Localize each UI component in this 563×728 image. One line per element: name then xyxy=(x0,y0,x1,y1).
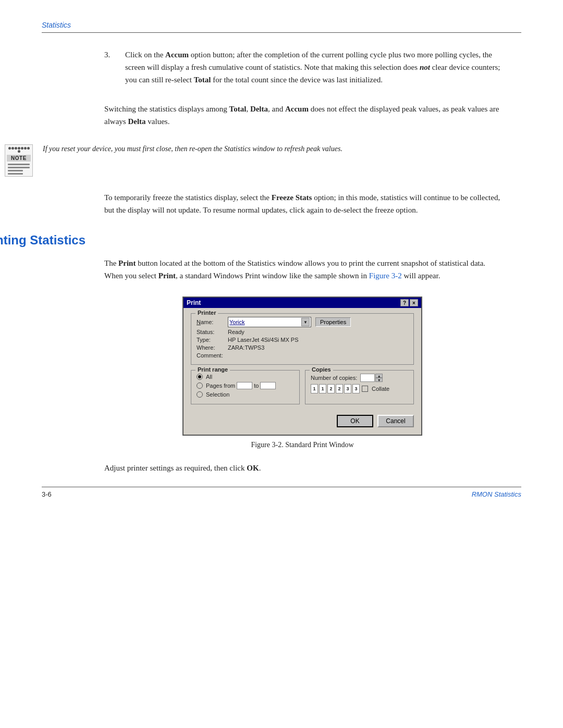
collate-page-6: 3 xyxy=(352,384,360,393)
spin-arrows: ▲ ▼ xyxy=(375,374,383,382)
type-label: Type: xyxy=(197,337,228,343)
dialog-titlebar: Print ? × xyxy=(183,298,421,308)
collate-page-3: 2 xyxy=(327,384,335,393)
copies-group-label: Copies xyxy=(310,366,333,373)
status-value: Ready xyxy=(228,329,244,335)
status-row: Status: Ready xyxy=(197,329,408,335)
dialog-title: Print xyxy=(187,299,201,306)
adjust-text: Adjust printer settings as required, the… xyxy=(104,462,500,474)
radio-all-row: All xyxy=(197,374,294,380)
section-intro: The Print button located at the bottom o… xyxy=(104,257,500,282)
note-line xyxy=(8,170,23,171)
printer-group-label: Printer xyxy=(195,310,218,316)
radio-pages-label: Pages from xyxy=(206,382,235,389)
spin-down[interactable]: ▼ xyxy=(375,378,383,382)
where-value: ZARA:TWPS3 xyxy=(228,344,264,351)
collate-page-4: 2 xyxy=(336,384,343,393)
header-title: Statistics xyxy=(42,21,71,29)
note-label: NOTE xyxy=(7,155,31,162)
item-3-text: Click on the Accum option button; after … xyxy=(125,48,500,86)
pages-to-input[interactable] xyxy=(260,382,276,389)
para-switching: Switching the statistics displays among … xyxy=(104,103,500,128)
figure-caption: Figure 3-2. Standard Print Window xyxy=(104,441,500,449)
content-area-2: To temporarily freeze the statistics dis… xyxy=(42,191,521,216)
dot xyxy=(8,147,11,150)
page-header: Statistics xyxy=(42,21,521,33)
where-row: Where: ZARA:TWPS3 xyxy=(197,344,408,351)
dot xyxy=(15,147,17,150)
ok-button[interactable]: OK xyxy=(337,415,373,427)
status-label: Status: xyxy=(197,329,228,335)
numbered-item-3: 3. Click on the Accum option button; aft… xyxy=(104,48,500,94)
radio-pages-row: Pages from to xyxy=(197,382,294,389)
dialog-close-button[interactable]: × xyxy=(410,299,418,306)
note-lines xyxy=(8,164,30,175)
to-label: to xyxy=(254,382,259,389)
dot xyxy=(18,150,20,153)
printer-name-value: Yorick xyxy=(229,319,245,325)
radio-selection[interactable] xyxy=(197,391,203,398)
figure-link: Figure 3-2 xyxy=(369,272,402,280)
radio-all-label: All xyxy=(206,374,212,380)
dialog-titlebar-buttons: ? × xyxy=(400,299,418,306)
print-dialog: Print ? × Printer Name: xyxy=(182,297,422,436)
para-freeze: To temporarily freeze the statistics dis… xyxy=(104,191,500,216)
copies-spinner: 1 ▲ ▼ xyxy=(360,374,383,382)
dot xyxy=(24,147,27,150)
printer-name-row: Name: Yorick ▼ Properties xyxy=(197,317,408,327)
spin-up[interactable]: ▲ xyxy=(375,374,383,378)
note-graphic: NOTE xyxy=(5,144,33,177)
cancel-button[interactable]: Cancel xyxy=(377,415,414,427)
num-copies-label: Number of copies: xyxy=(311,375,357,381)
page: Statistics 3. Click on the Accum option … xyxy=(0,0,563,514)
printer-group: Printer Name: Yorick ▼ Properties xyxy=(191,313,414,365)
properties-button[interactable]: Properties xyxy=(315,317,351,327)
note-icon-area: NOTE xyxy=(0,142,38,177)
collate-row: 1 1 2 2 3 3 Collate xyxy=(311,384,408,393)
content-area-3: The Print button located at the bottom o… xyxy=(42,257,521,474)
radio-all[interactable] xyxy=(197,374,203,380)
collate-page-1: 1 xyxy=(311,384,318,393)
footer-right-text: RMON Statistics xyxy=(472,490,521,498)
content-area: 3. Click on the Accum option button; aft… xyxy=(42,48,521,128)
radio-selection-row: Selection xyxy=(197,391,294,398)
note-box: NOTE If you reset your device, you must … xyxy=(0,142,521,177)
dot xyxy=(27,147,30,150)
dialog-action-row: OK Cancel xyxy=(191,415,414,427)
name-label: Name: xyxy=(197,319,228,325)
note-line xyxy=(8,164,30,165)
note-line xyxy=(8,167,30,168)
print-range-group: Print range All Pages from to xyxy=(191,370,300,404)
section-heading-printing-statistics: Printing Statistics xyxy=(0,233,521,248)
comment-row: Comment: xyxy=(197,352,408,359)
note-text: If you reset your device, you must first… xyxy=(43,142,342,155)
print-range-label: Print range xyxy=(195,366,230,373)
dialog-bottom-row: Print range All Pages from to xyxy=(191,370,414,410)
dot xyxy=(21,147,23,150)
note-dots xyxy=(7,147,30,153)
collate-page-5: 3 xyxy=(344,384,351,393)
copies-row: Number of copies: 1 ▲ ▼ xyxy=(311,374,408,382)
page-footer: 3-6 RMON Statistics xyxy=(42,487,521,498)
dialog-help-button[interactable]: ? xyxy=(400,299,409,306)
copies-input[interactable]: 1 xyxy=(360,374,375,382)
printer-select[interactable]: Yorick ▼ xyxy=(228,317,311,327)
comment-label: Comment: xyxy=(197,352,228,359)
note-line xyxy=(8,173,23,175)
type-value: HP LaserJet 4Si/4Si MX PS xyxy=(228,337,299,343)
note-content: If you reset your device, you must first… xyxy=(38,142,363,155)
collate-checkbox[interactable] xyxy=(362,386,368,392)
print-dialog-wrapper: Print ? × Printer Name: xyxy=(182,297,422,436)
dot xyxy=(11,147,14,150)
collate-page-2: 1 xyxy=(319,384,326,393)
dot xyxy=(18,147,20,150)
type-row: Type: HP LaserJet 4Si/4Si MX PS xyxy=(197,337,408,343)
dialog-body: Printer Name: Yorick ▼ Properties xyxy=(183,308,421,435)
printer-select-arrow[interactable]: ▼ xyxy=(301,318,310,326)
collate-images: 1 1 2 2 3 3 xyxy=(311,384,360,393)
radio-selection-label: Selection xyxy=(206,391,229,398)
radio-pages[interactable] xyxy=(197,382,203,389)
footer-page-number: 3-6 xyxy=(42,490,52,498)
where-label: Where: xyxy=(197,344,228,351)
pages-from-input[interactable] xyxy=(237,382,252,389)
